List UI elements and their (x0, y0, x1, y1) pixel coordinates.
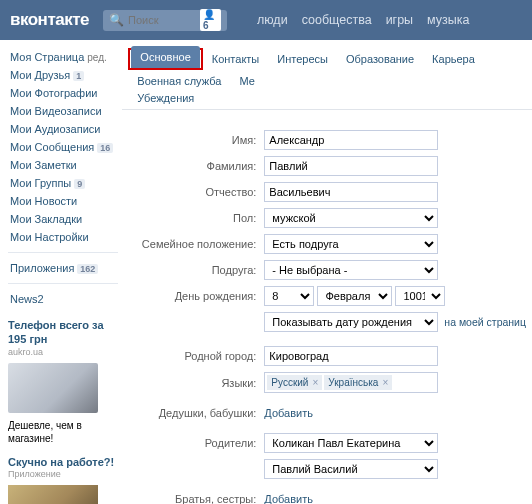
sidebar-item-apps[interactable]: Приложения162 (8, 259, 122, 277)
ad-image (8, 485, 98, 504)
input-patronymic[interactable] (264, 182, 438, 202)
profile-form: Имя: Фамилия: Отчество: Пол:мужской Семе… (122, 110, 532, 504)
nav-games[interactable]: игры (386, 13, 413, 27)
label-marital: Семейное положение: (128, 238, 264, 250)
add-grandparent-link[interactable]: Добавить (264, 407, 313, 419)
select-partner[interactable]: - Не выбрана - (264, 260, 438, 280)
tab-beliefs[interactable]: Убеждения (128, 92, 526, 109)
ad-subtitle: aukro.ua (8, 347, 114, 357)
ad-block-2[interactable]: Скучно на работе?! Приложение (8, 455, 122, 504)
search-input[interactable] (124, 13, 200, 27)
label-grandparents: Дедушки, бабушки: (128, 407, 264, 419)
label-partner: Подруга: (128, 264, 264, 276)
nav-communities[interactable]: сообщества (302, 13, 372, 27)
lang-tag[interactable]: Русский× (267, 375, 322, 390)
label-name: Имя: (128, 134, 264, 146)
ad-text: Дешевле, чем в магазине! (8, 419, 114, 445)
label-bday: День рождения: (128, 290, 264, 302)
sidebar-item-notes[interactable]: Мои Заметки (8, 156, 122, 174)
header: вконтакте 🔍 👤6 люди сообщества игры музы… (0, 0, 532, 40)
lang-tags[interactable]: Русский× Українська× (264, 372, 438, 393)
sidebar-item-settings[interactable]: Мои Настройки (8, 228, 122, 246)
select-bday-day[interactable]: 8 (264, 286, 314, 306)
bday-hint: на моей страниц (444, 316, 526, 328)
friend-request-badge[interactable]: 👤6 (200, 9, 221, 31)
sidebar-item-friends[interactable]: Мои Друзья1 (8, 66, 122, 84)
label-hometown: Родной город: (128, 350, 264, 362)
tab-education[interactable]: Образование (337, 48, 423, 70)
ad-title: Скучно на работе?! (8, 455, 114, 469)
sidebar-item-groups[interactable]: Мои Группы9 (8, 174, 122, 192)
select-gender[interactable]: мужской (264, 208, 438, 228)
label-parents: Родители: (128, 437, 264, 449)
nav-music[interactable]: музыка (427, 13, 469, 27)
close-icon[interactable]: × (312, 377, 318, 388)
top-nav: люди сообщества игры музыка (257, 13, 470, 27)
select-marital[interactable]: Есть подруга (264, 234, 438, 254)
search-icon: 🔍 (109, 13, 124, 27)
tabs-bar: Основное Контакты Интересы Образование К… (122, 40, 532, 110)
sidebar-item-news[interactable]: Мои Новости (8, 192, 122, 210)
sidebar: Моя Страницаред. Мои Друзья1 Мои Фотогра… (0, 40, 122, 504)
input-surname[interactable] (264, 156, 438, 176)
tab-basic[interactable]: Основное (131, 46, 199, 68)
label-patronymic: Отчество: (128, 186, 264, 198)
sidebar-item-mypage[interactable]: Моя Страницаред. (8, 48, 122, 66)
select-parent-2[interactable]: Павлий Василий (264, 459, 438, 479)
label-langs: Языки: (128, 377, 264, 389)
sidebar-item-videos[interactable]: Мои Видеозаписи (8, 102, 122, 120)
input-hometown[interactable] (264, 346, 438, 366)
label-siblings: Братья, сестры: (128, 493, 264, 504)
sidebar-item-photos[interactable]: Мои Фотографии (8, 84, 122, 102)
label-gender: Пол: (128, 212, 264, 224)
tab-me[interactable]: Ме (230, 70, 263, 92)
main-content: Основное Контакты Интересы Образование К… (122, 40, 532, 504)
ad-title: Телефон всего за 195 грн (8, 318, 114, 347)
nav-people[interactable]: люди (257, 13, 288, 27)
tab-military[interactable]: Военная служба (128, 70, 230, 92)
select-bday-month[interactable]: Февраля (317, 286, 392, 306)
ad-image (8, 363, 98, 413)
tab-contacts[interactable]: Контакты (203, 48, 269, 70)
sidebar-item-news2[interactable]: News2 (8, 290, 122, 308)
ad-block-1[interactable]: Телефон всего за 195 грн aukro.ua Дешевл… (8, 318, 122, 445)
label-surname: Фамилия: (128, 160, 264, 172)
select-bday-year[interactable]: 1001 (395, 286, 445, 306)
ad-subtitle: Приложение (8, 469, 114, 479)
search-box[interactable]: 🔍 👤6 (103, 10, 227, 31)
sidebar-item-audio[interactable]: Мои Аудиозаписи (8, 120, 122, 138)
input-name[interactable] (264, 130, 438, 150)
tab-career[interactable]: Карьера (423, 48, 484, 70)
sidebar-item-bookmarks[interactable]: Мои Закладки (8, 210, 122, 228)
select-parent-1[interactable]: Коликан Павл Екатерина (264, 433, 438, 453)
logo[interactable]: вконтакте (0, 10, 99, 30)
add-sibling-link[interactable]: Добавить (264, 493, 313, 504)
lang-tag[interactable]: Українська× (324, 375, 392, 390)
close-icon[interactable]: × (382, 377, 388, 388)
select-bday-visibility[interactable]: Показывать дату рождения (264, 312, 438, 332)
sidebar-item-messages[interactable]: Мои Сообщения16 (8, 138, 122, 156)
highlight-box: Основное (128, 48, 202, 70)
tab-interests[interactable]: Интересы (268, 48, 337, 70)
